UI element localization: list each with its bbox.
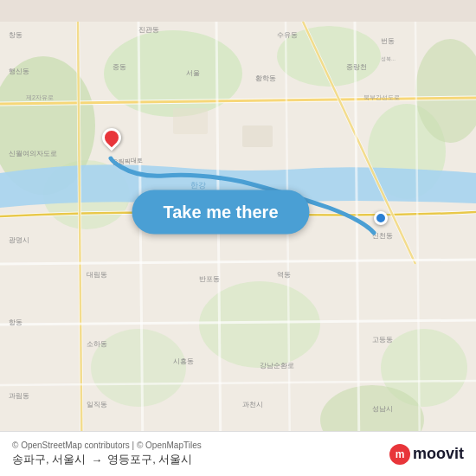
svg-text:수유동: 수유동	[277, 31, 298, 39]
svg-text:역동: 역동	[277, 271, 291, 279]
svg-text:과천시: 과천시	[242, 401, 263, 408]
svg-text:소하동: 소하동	[87, 340, 107, 348]
svg-text:한강: 한강	[190, 181, 206, 190]
svg-text:신월여의자도로: 신월여의자도로	[9, 150, 57, 158]
svg-text:진관동: 진관동	[138, 26, 159, 34]
svg-text:서울: 서울	[186, 69, 200, 77]
route-info: 송파구, 서울시 → 영등포구, 서울시	[12, 452, 202, 467]
moovit-logo: m moovit	[389, 444, 464, 465]
svg-text:항동: 항동	[9, 318, 23, 326]
svg-text:강남순환로: 강남순환로	[260, 362, 294, 370]
svg-text:중동: 중동	[113, 63, 126, 71]
map-background: 한강 창동 진관동 수유동 번동 행신동 중동 서울 황학동	[0, 0, 476, 476]
svg-rect-27	[242, 125, 273, 147]
map-attribution: © OpenStreetMap contributors | © OpenMap…	[12, 441, 202, 450]
svg-rect-26	[173, 108, 208, 134]
take-me-there-button[interactable]: Take me there	[132, 190, 309, 235]
svg-text:행신동: 행신동	[9, 68, 29, 75]
origin-label: 송파구, 서울시	[12, 452, 86, 467]
svg-text:성북...: 성북...	[381, 56, 396, 61]
svg-text:고등동: 고등동	[372, 336, 393, 344]
svg-text:창동: 창동	[9, 31, 23, 39]
svg-text:번동: 번동	[381, 37, 395, 45]
map-container: 한강 창동 진관동 수유동 번동 행신동 중동 서울 황학동	[0, 0, 476, 476]
svg-text:과림동: 과림동	[9, 392, 29, 400]
bottom-bar: © OpenStreetMap contributors | © OpenMap…	[0, 431, 476, 476]
destination-marker	[374, 211, 388, 225]
arrow-icon: →	[91, 453, 102, 466]
svg-text:반포동: 반포동	[199, 275, 220, 283]
svg-text:성남시: 성남시	[372, 405, 393, 413]
origin-marker	[102, 128, 121, 147]
svg-text:중랑천: 중랑천	[346, 63, 367, 71]
svg-text:황학동: 황학동	[255, 74, 276, 82]
svg-text:시흥동: 시흥동	[173, 357, 194, 365]
bottom-info: © OpenStreetMap contributors | © OpenMap…	[12, 441, 202, 467]
svg-text:대림동: 대림동	[87, 271, 107, 279]
moovit-icon: m	[389, 444, 410, 465]
svg-text:북부간선도로: 북부간선도로	[363, 94, 400, 101]
svg-text:일직동: 일직동	[87, 401, 107, 408]
svg-text:광명시: 광명시	[9, 236, 29, 244]
svg-text:신천동: 신천동	[372, 232, 393, 240]
svg-text:제2자유로: 제2자유로	[26, 94, 54, 100]
svg-point-5	[199, 281, 320, 368]
moovit-wordmark: moovit	[413, 445, 464, 463]
destination-label: 영등포구, 서울시	[107, 452, 192, 467]
